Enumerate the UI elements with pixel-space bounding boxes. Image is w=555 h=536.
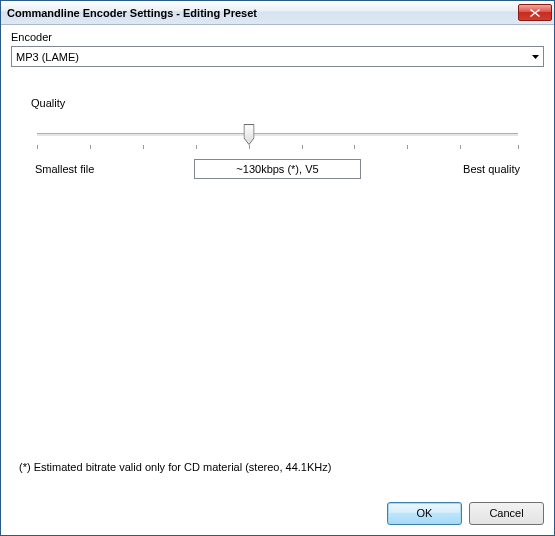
slider-labels-row: Smallest file ~130kbps (*), V5 Best qual…: [31, 159, 524, 179]
dialog-window: Commandline Encoder Settings - Editing P…: [0, 0, 555, 536]
close-icon: [530, 9, 540, 17]
quality-right-hint: Best quality: [361, 163, 524, 175]
quality-value-display: ~130kbps (*), V5: [194, 159, 362, 179]
chevron-down-icon: [532, 55, 539, 59]
encoder-selected: MP3 (LAME): [16, 51, 532, 63]
window-title: Commandline Encoder Settings - Editing P…: [7, 7, 518, 19]
ok-button[interactable]: OK: [387, 502, 462, 525]
quality-left-hint: Smallest file: [31, 163, 194, 175]
bitrate-footnote: (*) Estimated bitrate valid only for CD …: [19, 461, 331, 473]
client-area: Encoder MP3 (LAME) Quality: [1, 25, 554, 535]
quality-section: Quality: [11, 97, 544, 179]
dialog-buttons: OK Cancel: [387, 502, 544, 525]
close-button[interactable]: [518, 4, 552, 21]
encoder-label: Encoder: [11, 31, 544, 43]
quality-slider[interactable]: [37, 133, 518, 137]
titlebar: Commandline Encoder Settings - Editing P…: [1, 1, 554, 25]
encoder-dropdown[interactable]: MP3 (LAME): [11, 46, 544, 67]
cancel-button[interactable]: Cancel: [469, 502, 544, 525]
quality-label: Quality: [31, 97, 524, 109]
slider-ticks: [37, 141, 518, 149]
